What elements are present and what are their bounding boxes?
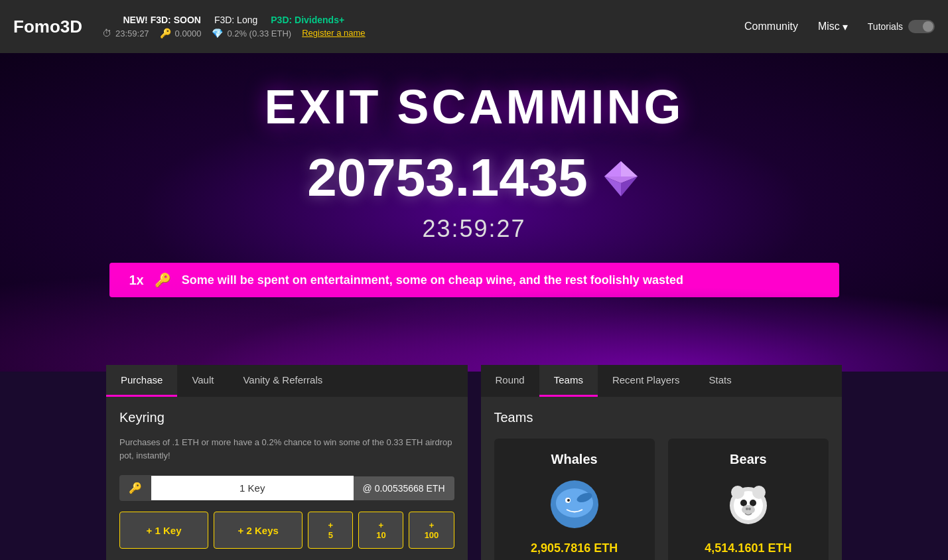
eth-display: @ 0.00535668 ETH [354, 476, 454, 500]
tutorials-row: Tutorials [868, 20, 935, 33]
add-2-keys-button[interactable]: + 2 Keys [214, 512, 303, 549]
right-panel: Round Teams Recent Players Stats Teams W… [481, 365, 843, 560]
timer-icon: ⏱ [102, 28, 111, 38]
svg-point-17 [746, 508, 748, 510]
main-content: Purchase Vault Vanity & Referrals Keyrin… [0, 365, 948, 560]
key-value: 0.0000 [175, 29, 202, 38]
airdrop-info-text: Purchases of .1 ETH or more have a 0.2% … [119, 436, 454, 462]
tutorials-label: Tutorials [868, 21, 903, 32]
eth-diamond-icon [601, 158, 641, 198]
add-5-num: 5 [328, 530, 333, 540]
add-1-key-button[interactable]: + 1 Key [119, 512, 208, 549]
timer-info: ⏱ 23:59:27 [102, 28, 149, 38]
navbar-right: Community Misc ▾ Tutorials [744, 20, 935, 33]
key-nav-icon: 🔑 [160, 28, 171, 38]
bears-mascot-icon [722, 478, 775, 531]
tab-vault[interactable]: Vault [177, 365, 228, 397]
tab-teams[interactable]: Teams [539, 365, 598, 397]
key-buttons-row: + 1 Key + 2 Keys + 5 + 10 + 100 [119, 512, 454, 549]
tab-purchase[interactable]: Purchase [106, 365, 177, 397]
svg-point-6 [556, 488, 593, 518]
right-tabs: Round Teams Recent Players Stats [481, 365, 843, 397]
timer-value: 23:59:27 [115, 29, 149, 38]
hero-banner: 1x 🔑 Some will be spent on entertainment… [109, 263, 839, 297]
hero-section: EXIT SCAMMING 20753.1435 23:59:27 1x 🔑 S… [0, 53, 948, 372]
add-100-num: 100 [425, 530, 439, 540]
add-10-num: 10 [376, 530, 385, 540]
hero-title: EXIT SCAMMING [13, 80, 935, 134]
svg-point-12 [731, 486, 744, 499]
key-icon-box: 🔑 [119, 475, 151, 501]
banner-multiplier: 1x [129, 273, 144, 288]
svg-point-13 [752, 486, 766, 499]
airdrop-value: 0.2% (0.33 ETH) [227, 29, 291, 38]
team-card-whales[interactable]: Whales 2,905.7816 ETH [494, 439, 655, 560]
banner-key-icon: 🔑 [155, 272, 171, 288]
register-name-link[interactable]: Register a name [302, 28, 365, 38]
add-5-keys-button[interactable]: + 5 [308, 512, 353, 549]
tab-round[interactable]: Round [481, 365, 539, 397]
add-10-plus: + [379, 520, 384, 530]
key-info: 🔑 0.0000 [160, 28, 202, 38]
brand-logo[interactable]: Fomo3D [13, 17, 82, 37]
team-whales-name: Whales [508, 452, 642, 467]
tab-vanity-referrals[interactable]: Vanity & Referrals [228, 365, 337, 397]
left-panel: Purchase Vault Vanity & Referrals Keyrin… [106, 365, 468, 560]
hero-timer: 23:59:27 [13, 215, 935, 243]
whales-mascot-icon [548, 478, 601, 531]
misc-dropdown[interactable]: Misc ▾ [818, 21, 848, 33]
key-input[interactable] [151, 476, 354, 500]
key-input-row: 🔑 @ 0.00535668 ETH [119, 475, 454, 501]
hero-amount-value: 20753.1435 [307, 147, 588, 208]
navbar-center-links: NEW! F3D: SOON F3D: Long P3D: Dividends+… [102, 15, 366, 38]
community-link[interactable]: Community [744, 21, 798, 33]
team-bears-name: Bears [681, 452, 815, 467]
team-card-bears[interactable]: Bears [668, 439, 829, 560]
svg-marker-4 [604, 161, 621, 176]
svg-point-16 [742, 505, 755, 514]
svg-marker-3 [621, 161, 638, 176]
teams-grid: Whales 2,905.7816 ETH [494, 439, 829, 560]
tab-stats[interactable]: Stats [695, 365, 746, 397]
nav-link-p3d[interactable]: P3D: Dividends+ [271, 15, 344, 25]
left-tabs: Purchase Vault Vanity & Referrals [106, 365, 468, 397]
diamond-icon: 💎 [212, 28, 223, 38]
add-100-plus: + [429, 520, 435, 530]
svg-point-8 [567, 499, 570, 502]
tutorials-toggle[interactable] [908, 20, 935, 33]
svg-point-18 [748, 508, 751, 510]
add-100-keys-button[interactable]: + 100 [409, 512, 454, 549]
bears-eth: 4,514.1601 ETH [681, 541, 815, 555]
add-10-keys-button[interactable]: + 10 [358, 512, 403, 549]
navbar: Fomo3D NEW! F3D: SOON F3D: Long P3D: Div… [0, 0, 948, 53]
airdrop-info: 💎 0.2% (0.33 ETH) [212, 28, 291, 38]
whales-eth: 2,905.7816 ETH [508, 541, 642, 555]
misc-chevron-icon: ▾ [843, 21, 848, 33]
misc-label[interactable]: Misc [818, 21, 840, 33]
banner-text: Some will be spent on entertainment, som… [182, 273, 683, 287]
hero-amount-row: 20753.1435 [13, 147, 935, 208]
teams-title: Teams [494, 410, 829, 425]
navbar-row2: ⏱ 23:59:27 🔑 0.0000 💎 0.2% (0.33 ETH) Re… [102, 28, 366, 38]
add-5-plus: + [328, 520, 334, 530]
nav-link-f3d-soon[interactable]: NEW! F3D: SOON [123, 15, 200, 25]
navbar-row1: NEW! F3D: SOON F3D: Long P3D: Dividends+ [123, 15, 344, 25]
left-panel-body: Keyring Purchases of .1 ETH or more have… [106, 397, 468, 560]
keyring-title: Keyring [119, 410, 454, 425]
nav-link-f3d-long[interactable]: F3D: Long [214, 15, 257, 25]
tab-recent-players[interactable]: Recent Players [598, 365, 695, 397]
right-panel-body: Teams Whales [481, 397, 843, 560]
